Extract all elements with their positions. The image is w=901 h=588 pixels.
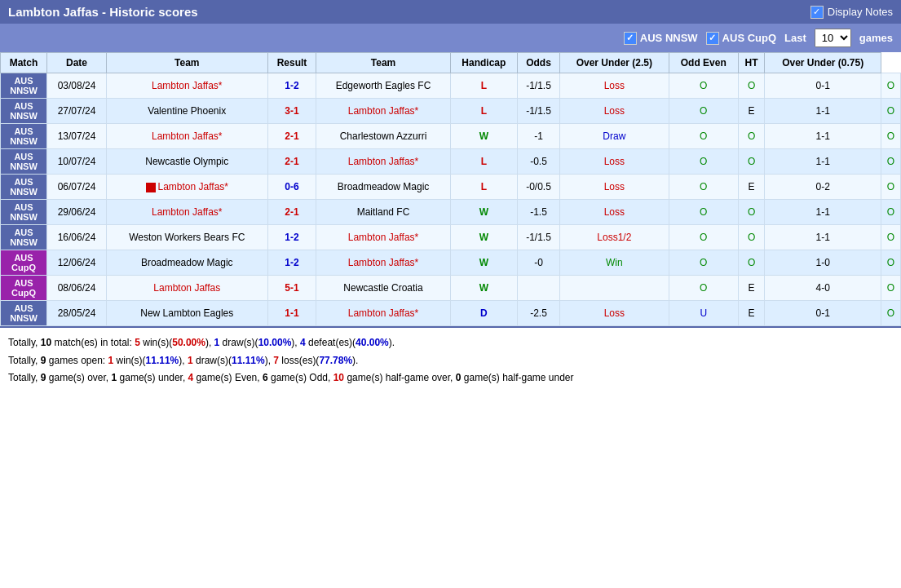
over-under-25: O (669, 73, 738, 99)
match-date: 28/05/24 (47, 301, 107, 326)
games-select[interactable]: 10 20 30 (815, 29, 851, 47)
over-under-25: O (669, 175, 738, 200)
win-loss-draw: L (450, 99, 517, 124)
match-date: 16/06/24 (47, 225, 107, 250)
halftime-score: 1-1 (765, 200, 881, 225)
team1-name: Lambton Jaffas* (106, 200, 267, 225)
win-loss-draw: D (450, 301, 517, 326)
team2-name: Broadmeadow Magic (316, 175, 450, 200)
header: Lambton Jaffas - Historic scores ✓ Displ… (0, 0, 901, 24)
summary-section: Totally, 10 match(es) in total: 5 win(s)… (0, 326, 901, 394)
team2-name: Lambton Jaffas* (316, 99, 450, 124)
team2-name: Maitland FC (316, 200, 450, 225)
summary-line2: Totally, 9 games open: 1 win(s)(11.11%),… (8, 352, 893, 370)
col-odd-even: Odd Even (669, 53, 738, 73)
over-under-25: O (669, 250, 738, 276)
match-date: 06/07/24 (47, 175, 107, 200)
col-match: Match (1, 53, 47, 73)
table-row: AUSNNSW29/06/24Lambton Jaffas*2-1Maitlan… (1, 200, 901, 225)
win-loss-draw: W (450, 225, 517, 250)
table-row: AUSNNSW27/07/24Valentine Phoenix3-1Lambt… (1, 99, 901, 124)
win-loss-draw: W (450, 124, 517, 149)
halftime-score: 1-1 (765, 149, 881, 175)
handicap (518, 276, 560, 301)
win-loss-draw: L (450, 73, 517, 99)
aus-cupq-checkbox[interactable]: ✓ (706, 32, 719, 45)
over-under-075: O (881, 99, 900, 124)
summary-line3: Totally, 9 game(s) over, 1 game(s) under… (8, 369, 893, 387)
team1-name: Lambton Jaffas* (106, 124, 267, 149)
team2-name: Lambton Jaffas* (316, 301, 450, 326)
over-under-25: U (669, 301, 738, 326)
odds: Loss (559, 99, 669, 124)
team2-name: Charlestown Azzurri (316, 124, 450, 149)
team1-name: Lambton Jaffas* (106, 175, 267, 200)
aus-nnsw-checkbox[interactable]: ✓ (624, 32, 637, 45)
competition-badge: AUSCupQ (1, 250, 47, 276)
match-date: 12/06/24 (47, 250, 107, 276)
halftime-score: 0-1 (765, 301, 881, 326)
competition-badge: AUSNNSW (1, 99, 47, 124)
table-row: AUSCupQ12/06/24Broadmeadow Magic1-2Lambt… (1, 250, 901, 276)
handicap: -1.5 (518, 200, 560, 225)
odd-even: E (738, 175, 765, 200)
halftime-score: 0-1 (765, 73, 881, 99)
team1-name: Newcastle Olympic (106, 149, 267, 175)
handicap: -1 (518, 124, 560, 149)
competition-badge: AUSNNSW (1, 175, 47, 200)
team1-name: Lambton Jaffas (106, 276, 267, 301)
handicap: -1/1.5 (518, 73, 560, 99)
handicap: -0.5 (518, 149, 560, 175)
table-row: AUSNNSW28/05/24New Lambton Eagles1-1Lamb… (1, 301, 901, 326)
team2-name: Newcastle Croatia (316, 276, 450, 301)
match-date: 13/07/24 (47, 124, 107, 149)
odd-even: O (738, 250, 765, 276)
team1-name: Weston Workers Bears FC (106, 225, 267, 250)
halftime-score: 1-1 (765, 99, 881, 124)
match-result: 2-1 (267, 124, 316, 149)
col-handicap: Handicap (450, 53, 517, 73)
over-under-075: O (881, 301, 900, 326)
display-notes-container: ✓ Display Notes (810, 6, 893, 19)
col-ht: HT (738, 53, 765, 73)
match-date: 29/06/24 (47, 200, 107, 225)
over-under-25: O (669, 276, 738, 301)
odds: Loss (559, 149, 669, 175)
team1-name: Lambton Jaffas* (106, 73, 267, 99)
win-loss-draw: L (450, 175, 517, 200)
competition-badge: AUSCupQ (1, 276, 47, 301)
col-over-under-075: Over Under (0.75) (765, 53, 881, 73)
aus-cupq-filter: ✓ AUS CupQ (706, 32, 776, 45)
odds: Loss (559, 301, 669, 326)
odds: Loss (559, 73, 669, 99)
competition-badge: AUSNNSW (1, 73, 47, 99)
halftime-score: 1-1 (765, 124, 881, 149)
handicap: -2.5 (518, 301, 560, 326)
win-loss-draw: L (450, 149, 517, 175)
col-result: Result (267, 53, 316, 73)
halftime-score: 0-2 (765, 175, 881, 200)
display-notes-checkbox[interactable]: ✓ (810, 6, 824, 19)
table-row: AUSNNSW16/06/24Weston Workers Bears FC1-… (1, 225, 901, 250)
odd-even: O (738, 73, 765, 99)
competition-badge: AUSNNSW (1, 301, 47, 326)
match-result: 2-1 (267, 200, 316, 225)
team1-name: Broadmeadow Magic (106, 250, 267, 276)
match-date: 03/08/24 (47, 73, 107, 99)
team1-name: New Lambton Eagles (106, 301, 267, 326)
col-team2: Team (316, 53, 450, 73)
match-result: 1-2 (267, 225, 316, 250)
summary-line1: Totally, 10 match(es) in total: 5 win(s)… (8, 334, 893, 352)
display-notes-label: Display Notes (828, 6, 893, 18)
handicap: -1/1.5 (518, 99, 560, 124)
over-under-25: O (669, 99, 738, 124)
over-under-075: O (881, 124, 900, 149)
table-row: AUSCupQ08/06/24Lambton Jaffas5-1Newcastl… (1, 276, 901, 301)
win-loss-draw: W (450, 250, 517, 276)
halftime-score: 4-0 (765, 276, 881, 301)
odds: Draw (559, 124, 669, 149)
match-result: 2-1 (267, 149, 316, 175)
match-result: 1-1 (267, 301, 316, 326)
team2-name: Lambton Jaffas* (316, 250, 450, 276)
table-row: AUSNNSW10/07/24Newcastle Olympic2-1Lambt… (1, 149, 901, 175)
